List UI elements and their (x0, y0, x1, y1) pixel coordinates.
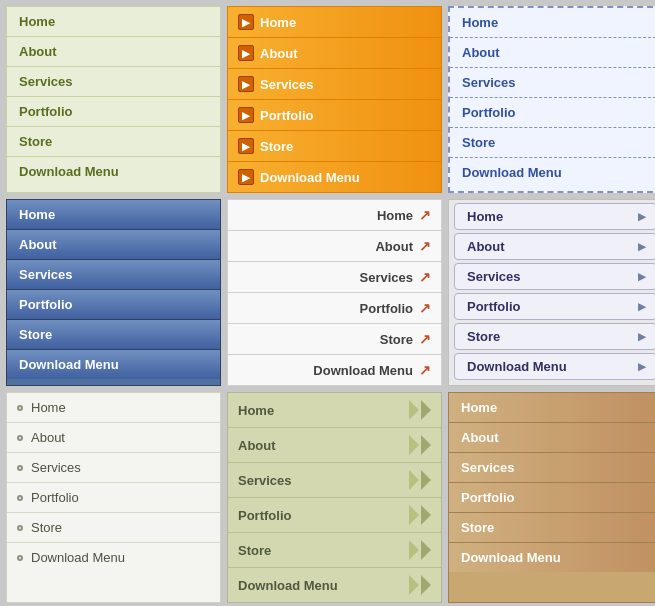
chevron-shape (409, 435, 419, 455)
chevron-shape (421, 540, 431, 560)
menu-brown-about[interactable]: About (449, 423, 655, 453)
item-label: Home (31, 400, 66, 415)
menu-brown-services[interactable]: Services (449, 453, 655, 483)
chevron-right-icon: ▶ (638, 211, 646, 222)
chevron-shape (409, 505, 419, 525)
menu-dotlist-store[interactable]: Store (7, 513, 220, 543)
menu-dotted-home[interactable]: Home (450, 8, 655, 38)
item-label: Store (31, 520, 62, 535)
chevron-icon (414, 470, 431, 490)
menu-dotted-download[interactable]: Download Menu (450, 158, 655, 187)
chevron-shape (421, 470, 431, 490)
menu-steel-services[interactable]: Services (7, 260, 220, 290)
menu-rounded: Home ▶ About ▶ Services ▶ Portfolio ▶ St… (448, 199, 655, 386)
menu-dotlist-about[interactable]: About (7, 423, 220, 453)
menu-orange-store[interactable]: ▶ Store (228, 131, 441, 162)
menu-right-download[interactable]: Download Menu ↗ (228, 355, 441, 385)
menu-chevron-portfolio[interactable]: Portfolio (228, 498, 441, 533)
menu-orange-about[interactable]: ▶ About (228, 38, 441, 69)
menu-rounded-services[interactable]: Services ▶ (454, 263, 655, 290)
arrow-icon: ▶ (238, 107, 254, 123)
menu-dotted-services[interactable]: Services (450, 68, 655, 98)
chevron-icon (414, 505, 431, 525)
chevron-shape (421, 400, 431, 420)
menu-steel-home[interactable]: Home (7, 200, 220, 230)
menu-brown-home[interactable]: Home (449, 393, 655, 423)
menu-green-download[interactable]: Download Menu (7, 157, 220, 186)
menu-dotted-portfolio[interactable]: Portfolio (450, 98, 655, 128)
menu-steel-download[interactable]: Download Menu (7, 350, 220, 379)
menu-green-services[interactable]: Services (7, 67, 220, 97)
chevron-shape (409, 470, 419, 490)
external-link-icon: ↗ (419, 238, 431, 254)
menu-dotted-about[interactable]: About (450, 38, 655, 68)
menu-chevron-download[interactable]: Download Menu (228, 568, 441, 602)
menu-dotlist-portfolio[interactable]: Portfolio (7, 483, 220, 513)
chevron-shape (409, 540, 419, 560)
menu-dotted-store[interactable]: Store (450, 128, 655, 158)
menu-right-home[interactable]: Home ↗ (228, 200, 441, 231)
arrow-icon: ▶ (238, 138, 254, 154)
menu-orange-services[interactable]: ▶ Services (228, 69, 441, 100)
menu-dotted: Home About Services Portfolio Store Down… (448, 6, 655, 193)
menu-brown: Home About Services Portfolio Store Down… (448, 392, 655, 603)
menu-chevron-about[interactable]: About (228, 428, 441, 463)
arrow-icon: ▶ (238, 76, 254, 92)
bullet-icon (17, 555, 23, 561)
menu-chevron: Home About Services Portfolio (227, 392, 442, 603)
chevron-icon (414, 435, 431, 455)
menu-right-services[interactable]: Services ↗ (228, 262, 441, 293)
menu-rounded-store[interactable]: Store ▶ (454, 323, 655, 350)
menu-orange-download[interactable]: ▶ Download Menu (228, 162, 441, 192)
menu-brown-download[interactable]: Download Menu (449, 543, 655, 572)
menu-steel-portfolio[interactable]: Portfolio (7, 290, 220, 320)
menu-green-portfolio[interactable]: Portfolio (7, 97, 220, 127)
menu-rounded-portfolio[interactable]: Portfolio ▶ (454, 293, 655, 320)
chevron-right-icon: ▶ (638, 271, 646, 282)
menu-green-about[interactable]: About (7, 37, 220, 67)
menu-chevron-services[interactable]: Services (228, 463, 441, 498)
menu-dotlist-home[interactable]: Home (7, 393, 220, 423)
chevron-shape (421, 575, 431, 595)
menu-dotlist-services[interactable]: Services (7, 453, 220, 483)
bullet-icon (17, 405, 23, 411)
menu-right-portfolio[interactable]: Portfolio ↗ (228, 293, 441, 324)
menu-orange: ▶ Home ▶ About ▶ Services ▶ Portfolio ▶ … (227, 6, 442, 193)
menu-orange-portfolio[interactable]: ▶ Portfolio (228, 100, 441, 131)
external-link-icon: ↗ (419, 300, 431, 316)
bullet-icon (17, 525, 23, 531)
menu-steel-about[interactable]: About (7, 230, 220, 260)
bullet-icon (17, 495, 23, 501)
arrow-icon: ▶ (238, 14, 254, 30)
chevron-icon (414, 540, 431, 560)
menu-steel: Home About Services Portfolio Store Down… (6, 199, 221, 386)
menu-right-about[interactable]: About ↗ (228, 231, 441, 262)
menu-brown-store[interactable]: Store (449, 513, 655, 543)
item-label: Services (31, 460, 81, 475)
menu-right-store[interactable]: Store ↗ (228, 324, 441, 355)
menu-rounded-home[interactable]: Home ▶ (454, 203, 655, 230)
menu-rounded-about[interactable]: About ▶ (454, 233, 655, 260)
menu-rounded-download[interactable]: Download Menu ▶ (454, 353, 655, 380)
menu-chevron-store[interactable]: Store (228, 533, 441, 568)
bullet-icon (17, 465, 23, 471)
menu-green-store[interactable]: Store (7, 127, 220, 157)
chevron-shape (421, 435, 431, 455)
menu-steel-store[interactable]: Store (7, 320, 220, 350)
arrow-icon: ▶ (238, 169, 254, 185)
chevron-icon (414, 575, 431, 595)
external-link-icon: ↗ (419, 207, 431, 223)
item-label: About (31, 430, 65, 445)
menu-right: Home ↗ About ↗ Services ↗ Portfolio ↗ St… (227, 199, 442, 386)
arrow-icon: ▶ (238, 45, 254, 61)
external-link-icon: ↗ (419, 362, 431, 378)
item-label: Download Menu (31, 550, 125, 565)
menu-chevron-home[interactable]: Home (228, 393, 441, 428)
chevron-icon (414, 400, 431, 420)
external-link-icon: ↗ (419, 269, 431, 285)
menu-brown-portfolio[interactable]: Portfolio (449, 483, 655, 513)
chevron-right-icon: ▶ (638, 301, 646, 312)
menu-orange-home[interactable]: ▶ Home (228, 7, 441, 38)
menu-green-home[interactable]: Home (7, 7, 220, 37)
menu-dotlist-download[interactable]: Download Menu (7, 543, 220, 572)
